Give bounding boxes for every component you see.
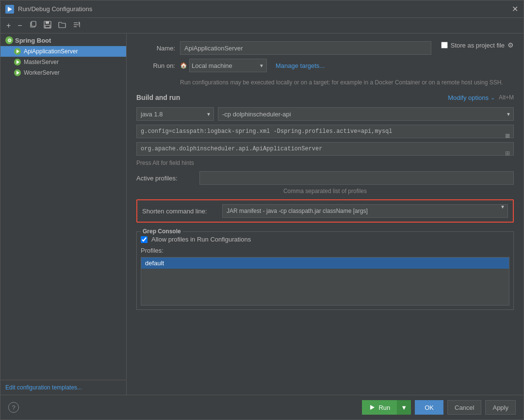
manage-targets-link[interactable]: Manage targets... [276,62,325,69]
run-icon-api [14,48,21,55]
run-icon-worker [14,69,21,76]
allow-profiles-checkbox[interactable] [141,236,147,243]
shorten-cmd-select[interactable]: JAR manifest - java -cp classpath.jar cl… [222,204,508,218]
sidebar-item-worker-server[interactable]: WorkerServer [0,67,126,78]
sidebar-item-label-worker: WorkerServer [24,69,60,76]
cp-select-wrapper: -cp dolphinscheduler-api ▼ [218,107,514,121]
run-on-select-wrapper: 🏠 Local machine ▼ [180,59,267,72]
alt-m-hint: Alt+M [499,94,514,101]
run-button-label: Run [378,404,390,411]
edit-config-templates-link[interactable]: Edit configuration templates... [0,380,126,395]
profiles-list: default [141,257,509,306]
vm-options-input[interactable] [136,125,514,138]
java-select-wrapper: java 1.8 ▼ [136,107,214,121]
copy-button[interactable] [27,20,39,31]
name-row: Name: [136,41,431,55]
bottom-bar: ? Run ▼ OK Cancel Apply [0,395,524,420]
run-on-select[interactable]: Local machine [189,59,267,72]
grep-console-section: Grep Console Allow profiles in Run Confi… [136,231,514,310]
vm-options-wrapper: ⊞ ⧉ [136,125,514,138]
save-icon [44,21,51,29]
gear-icon[interactable]: ⚙ [508,41,514,49]
profiles-label: Profiles: [141,247,509,254]
sidebar-section-spring-boot: ⚙ Spring Boot [0,33,126,46]
add-button[interactable]: + [4,21,13,31]
apply-button[interactable]: Apply [485,400,516,415]
right-panel: Name: Store as project file ⚙ Run on: 🏠 [127,33,524,395]
svg-marker-11 [370,405,375,410]
cancel-button[interactable]: Cancel [447,400,481,415]
shorten-cmd-label: Shorten command line: [142,208,217,215]
folder-button[interactable] [56,20,68,31]
store-as-project-row: Store as project file ⚙ [441,41,514,49]
name-input[interactable] [180,41,431,55]
active-profiles-row: Active profiles: [136,171,514,185]
run-on-description: Run configurations may be executed local… [180,78,514,87]
sort-icon [73,21,81,29]
allow-profiles-label: Allow profiles in Run Configurations [151,236,251,243]
sidebar-item-master-server[interactable]: MasterServer [0,57,126,67]
comma-hint: Comma separated list of profiles [136,188,514,194]
sidebar-item-label-api: ApiApplicationServer [24,48,78,55]
modify-options-chevron: ⌄ [491,95,495,101]
java-version-select[interactable]: java 1.8 [136,107,214,121]
run-button[interactable]: Run [362,400,397,415]
bottom-right-buttons: Run ▼ OK Cancel Apply [362,400,516,415]
header-top: Name: Store as project file ⚙ [136,41,514,55]
store-as-project-checkbox[interactable] [441,42,448,48]
build-run-selects-row: java 1.8 ▼ -cp dolphinscheduler-api ▼ [136,107,514,121]
cp-select[interactable]: -cp dolphinscheduler-api [218,107,514,121]
dialog-title: Run/Debug Configurations [18,5,92,13]
run-dropdown-button[interactable]: ▼ [397,400,411,415]
profile-item-default[interactable]: default [141,258,509,269]
spring-boot-icon: ⚙ [5,36,13,44]
shorten-command-line-section: Shorten command line: JAR manifest - jav… [136,199,514,223]
svg-rect-5 [46,21,49,24]
run-icon-master [14,59,21,65]
grep-console-title: Grep Console [141,228,183,235]
sidebar-section-label: Spring Boot [15,37,51,44]
name-label: Name: [136,45,175,52]
shorten-cmd-select-wrapper: JAR manifest - java -cp classpath.jar cl… [222,204,508,218]
save-button[interactable] [42,20,53,31]
allow-profiles-row: Allow profiles in Run Configurations [141,236,509,243]
build-run-title: Build and run [136,94,180,101]
remove-button[interactable]: − [16,21,24,31]
title-bar: Run/Debug Configurations ✕ [0,0,524,18]
modify-options-link[interactable]: Modify options [448,94,489,101]
home-icon: 🏠 [180,62,187,69]
svg-rect-6 [45,25,50,28]
sidebar-item-label-master: MasterServer [24,59,59,65]
svg-rect-3 [32,21,36,26]
sort-button[interactable] [71,20,82,31]
main-class-browse-button[interactable]: ⊞ [503,149,512,158]
copy-icon [29,21,37,29]
help-button[interactable]: ? [8,402,19,413]
sidebar: ⚙ Spring Boot ApiApplicationServer Maste… [0,33,127,395]
run-button-group: Run ▼ [362,400,411,415]
active-profiles-input[interactable] [199,171,514,185]
sidebar-item-api-application-server[interactable]: ApiApplicationServer [0,46,126,57]
close-button[interactable]: ✕ [511,5,519,13]
folder-icon [58,21,66,29]
field-hint-text: Press Alt for field hints [136,160,514,166]
build-run-section-header: Build and run Modify options ⌄ Alt+M [136,94,514,101]
run-debug-icon [5,5,14,14]
ok-button[interactable]: OK [415,400,443,415]
vm-options-copy-button[interactable]: ⧉ [504,131,512,140]
toolbar: + − [0,18,524,33]
run-on-label: Run on: [136,62,175,69]
store-as-project-label: Store as project file [451,42,505,49]
main-class-input[interactable] [136,142,514,156]
main-class-wrapper: ⊞ [136,142,514,156]
active-profiles-label: Active profiles: [136,175,195,182]
run-triangle-icon [369,404,376,411]
run-on-row: Run on: 🏠 Local machine ▼ Manage targets… [136,59,514,72]
